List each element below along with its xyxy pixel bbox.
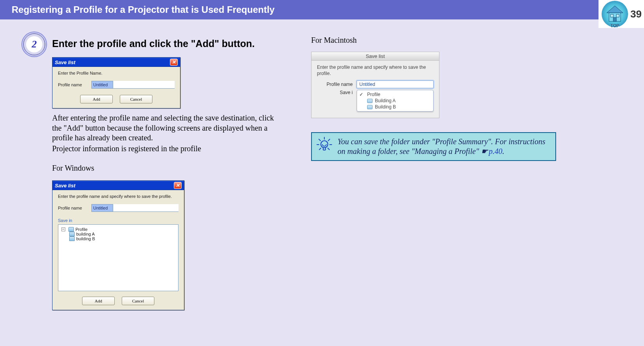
- dialog-save-list-mac: Save list Enter the profile name and spe…: [311, 52, 439, 118]
- step-row: 2 Enter the profile and click the "Add" …: [23, 33, 296, 312]
- popup-option[interactable]: Building A: [375, 98, 396, 103]
- save-in-label: Save i: [317, 90, 353, 95]
- save-in-popup[interactable]: Profile Building A Building B: [357, 90, 434, 112]
- body-paragraph-1: After entering the profile name and sele…: [52, 113, 278, 143]
- save-in-tree[interactable]: − Profile building A building B: [58, 224, 178, 291]
- popup-option[interactable]: Profile: [367, 92, 380, 97]
- tip-dot: .: [502, 147, 504, 156]
- dialog-instruction: Enter the Profile Name.: [58, 71, 175, 75]
- close-icon[interactable]: ✕: [174, 182, 182, 189]
- tree-item[interactable]: building B: [76, 236, 95, 241]
- svg-marker-0: [607, 6, 623, 13]
- svg-rect-2: [611, 14, 613, 17]
- profile-name-input[interactable]: [357, 80, 434, 88]
- page-number: 39: [630, 8, 642, 20]
- dialog-title: Save list: [312, 52, 439, 61]
- svg-line-7: [328, 139, 330, 141]
- page-title: Registering a Profile for a Projector th…: [12, 4, 275, 15]
- svg-point-12: [321, 141, 328, 148]
- add-button[interactable]: Add: [80, 95, 113, 103]
- close-icon[interactable]: ✕: [170, 59, 178, 66]
- add-button[interactable]: Add: [82, 297, 115, 305]
- page-ref-link[interactable]: p.40: [489, 147, 502, 156]
- cancel-button[interactable]: Cancel: [122, 297, 154, 305]
- dialog-save-list-small: Save list ✕ Enter the Profile Name. Prof…: [52, 57, 180, 108]
- svg-line-11: [328, 148, 329, 150]
- profile-name-input[interactable]: [91, 204, 113, 212]
- page-header: Registering a Profile for a Projector th…: [0, 0, 644, 19]
- tip-text: You can save the folder under "Profile S…: [338, 137, 549, 156]
- dialog-instruction: Enter the profile name and specify where…: [58, 194, 178, 199]
- profile-name-label: Profile name: [58, 206, 82, 210]
- profile-name-input[interactable]: [91, 81, 113, 89]
- popup-option[interactable]: Building B: [375, 104, 396, 110]
- svg-rect-13: [323, 148, 326, 150]
- dialog-instruction: Enter the profile name and specify where…: [317, 65, 434, 77]
- dialog-title: Save list: [55, 183, 75, 189]
- dialog-save-list-windows: Save list ✕ Enter the profile name and s…: [52, 180, 184, 310]
- save-in-label: Save in: [58, 218, 178, 223]
- profile-name-label: Profile name: [58, 82, 82, 87]
- tip-box: You can save the folder under "Profile S…: [311, 132, 556, 161]
- top-icon[interactable]: TOP: [602, 1, 628, 27]
- svg-rect-3: [616, 14, 619, 17]
- lightbulb-icon: [317, 137, 332, 152]
- folder-icon: [367, 99, 373, 103]
- house-icon: [605, 4, 625, 24]
- svg-line-10: [319, 148, 321, 150]
- pointer-icon: ☛: [481, 147, 488, 156]
- for-windows-heading: For Windows: [52, 164, 296, 173]
- dialog-title: Save list: [55, 59, 75, 65]
- step-number-badge: 2: [23, 33, 45, 55]
- header-right: TOP 39: [598, 0, 644, 28]
- svg-rect-4: [613, 17, 616, 21]
- profile-name-label: Profile name: [317, 82, 353, 87]
- svg-line-6: [319, 139, 320, 141]
- tip-body: You can save the folder under "Profile S…: [338, 137, 545, 156]
- tree-root[interactable]: Profile: [75, 227, 88, 232]
- tree-item[interactable]: building A: [76, 232, 95, 236]
- body-paragraph-2: Projector information is registered in t…: [52, 144, 278, 154]
- folder-icon: [367, 105, 373, 109]
- top-icon-label: TOP: [611, 23, 619, 28]
- for-mac-heading: For Macintosh: [311, 36, 556, 45]
- step-title: Enter the profile and click the "Add" bu…: [52, 33, 296, 49]
- cancel-button[interactable]: Cancel: [120, 95, 152, 103]
